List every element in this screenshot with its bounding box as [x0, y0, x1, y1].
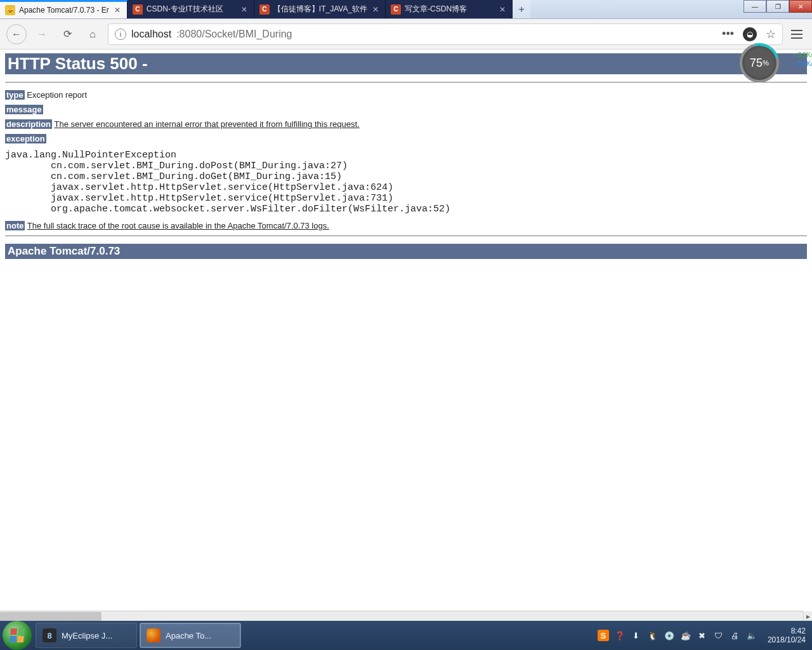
reload-button[interactable]: ⟳: [57, 24, 77, 44]
pocket-icon[interactable]: ◒: [743, 27, 757, 41]
description-value: The server encountered an internal error…: [54, 119, 359, 129]
download-icon[interactable]: ⬇: [631, 630, 642, 641]
favicon-icon: C: [133, 4, 143, 15]
site-info-icon[interactable]: i: [115, 29, 126, 40]
qq-icon[interactable]: 🐧: [647, 630, 658, 641]
speed-widget[interactable]: 75% ↑ 0.5K/s ↓ 0.6K/s: [740, 43, 779, 83]
tab-title: Apache Tomcat/7.0.73 - Er: [19, 6, 109, 15]
xampp-icon[interactable]: ✖: [697, 630, 708, 641]
bookmark-star-icon[interactable]: ☆: [766, 27, 776, 41]
security-icon[interactable]: 🛡: [713, 630, 724, 641]
favicon-icon: C: [259, 4, 270, 15]
clock-time: 8:42: [768, 627, 806, 635]
urlbar-actions: ••• ◒ ☆: [722, 27, 776, 41]
server-footer: Apache Tomcat/7.0.73: [5, 244, 807, 259]
maximize-button[interactable]: ❐: [766, 0, 789, 13]
windows-logo-icon: [10, 628, 25, 642]
type-value: Exception report: [27, 90, 87, 100]
taskbar-item-myeclipse[interactable]: 8 MyEclipse J...: [36, 623, 137, 648]
task-label: Apache To...: [166, 631, 211, 640]
java-icon[interactable]: ☕: [680, 630, 691, 641]
download-speed: ↓ 0.6K/s: [793, 60, 812, 69]
speed-percent: 75: [750, 56, 763, 70]
page-actions-icon[interactable]: •••: [722, 27, 734, 41]
close-tab-icon[interactable]: ✕: [371, 5, 380, 14]
close-tab-icon[interactable]: ✕: [498, 5, 507, 14]
note-value: The full stack trace of the root cause i…: [27, 221, 329, 230]
stack-trace: java.lang.NullPointerException cn.com.se…: [5, 150, 807, 215]
sogou-ime-icon[interactable]: S: [598, 630, 609, 641]
close-tab-icon[interactable]: ✕: [113, 6, 122, 15]
note-row: note The full stack trace of the root ca…: [5, 221, 807, 230]
note-label: note: [5, 221, 25, 230]
home-button[interactable]: ⌂: [82, 24, 103, 44]
forward-button[interactable]: →: [32, 24, 52, 44]
message-label: message: [5, 105, 43, 114]
scroll-right-arrow[interactable]: ▸: [803, 611, 812, 621]
favicon-icon: 🐱: [5, 5, 15, 15]
tab-blog1[interactable]: C 【信徒博客】IT_JAVA_软件 ✕: [254, 0, 386, 18]
tab-tomcat-error[interactable]: 🐱 Apache Tomcat/7.0.73 - Er ✕: [0, 0, 128, 18]
type-label: type: [5, 90, 25, 100]
firefox-icon: [147, 628, 160, 642]
new-tab-button[interactable]: +: [513, 0, 530, 18]
volume-icon[interactable]: 🔈: [746, 630, 757, 641]
upload-speed: ↑ 0.5K/s: [793, 51, 812, 60]
http-status-heading: HTTP Status 500 -: [5, 53, 807, 74]
disc-icon[interactable]: 💿: [664, 630, 675, 641]
navigation-toolbar: ← → ⟳ ⌂ i localhost:8080/Socket/BMI_Duri…: [0, 19, 812, 50]
start-button[interactable]: [3, 621, 32, 650]
message-row: message: [5, 105, 807, 114]
app-menu-button[interactable]: [788, 30, 806, 39]
tab-title: CSDN-专业IT技术社区: [147, 4, 236, 15]
url-path: :8080/Socket/BMI_During: [176, 29, 292, 40]
tab-title: 写文章-CSDN博客: [405, 4, 494, 15]
address-bar[interactable]: i localhost:8080/Socket/BMI_During ••• ◒…: [108, 23, 783, 45]
divider: [5, 235, 807, 236]
close-button[interactable]: ✕: [789, 0, 812, 13]
description-row: description The server encountered an in…: [5, 119, 807, 129]
scroll-thumb[interactable]: [0, 612, 102, 621]
speed-readout: ↑ 0.5K/s ↓ 0.6K/s: [793, 51, 812, 69]
horizontal-scrollbar[interactable]: ▸: [0, 611, 803, 621]
page-content: HTTP Status 500 - type Exception report …: [0, 50, 812, 264]
divider: [5, 82, 807, 83]
taskbar-item-firefox[interactable]: Apache To...: [140, 623, 241, 648]
url-host: localhost: [131, 29, 171, 40]
action-center-icon[interactable]: 🖨: [730, 630, 741, 641]
back-button[interactable]: ←: [6, 24, 27, 44]
clock[interactable]: 8:42 2018/10/24: [763, 627, 806, 644]
tab-csdn[interactable]: C CSDN-专业IT技术社区 ✕: [128, 0, 254, 18]
description-label: description: [5, 119, 52, 129]
tab-title: 【信徒博客】IT_JAVA_软件: [273, 4, 367, 15]
clock-date: 2018/10/24: [768, 635, 806, 644]
help-icon[interactable]: ❓: [614, 630, 625, 641]
system-tray: S ❓ ⬇ 🐧 💿 ☕ ✖ 🛡 🖨 🔈 8:42 2018/10/24: [598, 627, 812, 644]
task-label: MyEclipse J...: [62, 631, 112, 640]
percent-sign: %: [763, 59, 769, 67]
minimize-button[interactable]: —: [743, 0, 766, 13]
window-controls: — ❐ ✕: [743, 0, 812, 13]
favicon-icon: C: [391, 4, 401, 15]
close-tab-icon[interactable]: ✕: [240, 5, 249, 14]
exception-row: exception: [5, 134, 807, 143]
myeclipse-icon: 8: [43, 628, 56, 642]
type-row: type Exception report: [5, 90, 807, 100]
exception-label: exception: [5, 134, 46, 143]
taskbar: 8 MyEclipse J... Apache To... S ❓ ⬇ 🐧 💿 …: [0, 621, 812, 650]
tab-strip: 🐱 Apache Tomcat/7.0.73 - Er ✕ C CSDN-专业I…: [0, 0, 812, 19]
tab-write-csdn[interactable]: C 写文章-CSDN博客 ✕: [386, 0, 513, 18]
